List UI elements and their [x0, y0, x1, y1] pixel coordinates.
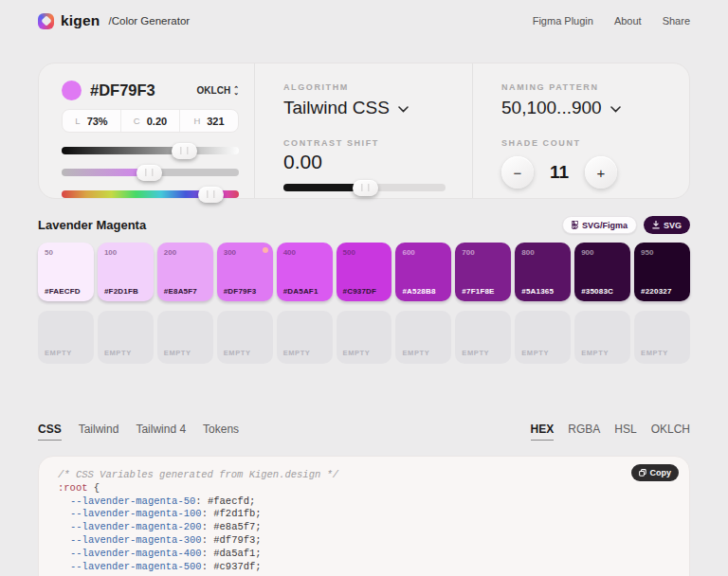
nav-share[interactable]: Share [663, 15, 690, 27]
channel-label: C [134, 116, 140, 126]
contrast-shift-value[interactable]: 0.00 [283, 151, 446, 173]
swatch-900[interactable]: 900#35083C [574, 243, 630, 301]
channel-label: L [75, 116, 80, 126]
empty-slot[interactable]: EMPTY [395, 311, 451, 364]
nav-about[interactable]: About [614, 15, 642, 27]
channel-l-field[interactable]: L 73% [63, 110, 120, 132]
copy-icon [639, 469, 646, 477]
algorithm-label: ALGORITHM [283, 82, 446, 92]
increment-button[interactable]: + [585, 156, 617, 189]
hex-value[interactable]: #DF79F3 [90, 81, 155, 99]
shade-label: 600 [402, 248, 414, 257]
slider-thumb[interactable] [136, 165, 162, 181]
shade-label: 400 [283, 248, 296, 257]
tab-hex[interactable]: HEX [531, 423, 555, 441]
empty-label: EMPTY [343, 349, 371, 357]
algorithm-dropdown[interactable]: Tailwind CSS [283, 98, 446, 118]
empty-slot[interactable]: EMPTY [455, 311, 511, 364]
lch-inputs: L 73% C 0.20 H 321 [62, 109, 239, 133]
code-lines[interactable]: /* CSS Variables generated from Kigen.de… [58, 469, 670, 573]
naming-section: NAMING PATTERN 50,100...900 SHADE COUNT … [472, 63, 689, 198]
palette-actions: SVG/Figma SVG [562, 216, 690, 234]
top-nav: Figma PluginAboutShare [533, 15, 690, 27]
svg-figma-button[interactable]: SVG/Figma [562, 216, 637, 234]
swatch-300[interactable]: 300#DF79F3 [217, 243, 273, 301]
contrast-shift-label: CONTRAST SHIFT [283, 138, 446, 148]
shade-label: 50 [45, 248, 53, 257]
swatch-100[interactable]: 100#F2D1FB [98, 243, 154, 301]
swatch-500[interactable]: 500#C937DF [337, 243, 392, 301]
swatch-row: 50#FAECFD100#F2D1FB200#E8A5F7300#DF79F34… [0, 243, 728, 301]
empty-slot[interactable]: EMPTY [98, 311, 154, 364]
palette-name[interactable]: Lavender Magenta [38, 218, 146, 232]
color-space-select[interactable]: OKLCH ⌃⌄ [197, 85, 239, 96]
hue-slider[interactable] [62, 190, 239, 198]
decrement-button[interactable]: − [501, 156, 534, 189]
base-color-dot-icon [263, 247, 268, 253]
channel-h-field[interactable]: H 321 [179, 110, 238, 132]
shade-label: 100 [104, 248, 117, 257]
contrast-slider[interactable] [283, 184, 446, 191]
shade-label: 300 [224, 248, 236, 257]
shade-label: 900 [581, 248, 593, 257]
swatch-700[interactable]: 700#7F1F8E [455, 243, 511, 301]
swatch-hex: #220327 [641, 287, 672, 296]
empty-label: EMPTY [104, 349, 132, 357]
swatch-50[interactable]: 50#FAECFD [38, 243, 94, 301]
channel-c-field[interactable]: C 0.20 [120, 110, 179, 132]
current-color-swatch[interactable] [62, 81, 82, 100]
empty-slot[interactable]: EMPTY [277, 311, 333, 364]
empty-slot[interactable]: EMPTY [337, 311, 392, 364]
tab-tailwind[interactable]: Tailwind [79, 423, 119, 441]
slider-thumb[interactable] [172, 143, 197, 159]
nav-figma-plugin[interactable]: Figma Plugin [533, 15, 593, 27]
logo[interactable]: kigen /Color Generator [38, 12, 190, 29]
chroma-slider[interactable] [62, 169, 239, 176]
empty-label: EMPTY [521, 349, 549, 357]
updown-chevron-icon: ⌃⌄ [233, 87, 239, 95]
shade-label: 800 [521, 248, 534, 257]
swatch-200[interactable]: 200#E8A5F7 [157, 243, 213, 301]
slider-thumb[interactable] [198, 187, 224, 203]
svg-download-button[interactable]: SVG [644, 216, 690, 234]
tab-hsl[interactable]: HSL [614, 423, 636, 441]
color-row: #DF79F3 OKLCH ⌃⌄ [62, 81, 239, 100]
figma-icon [572, 221, 578, 230]
color-input-section: #DF79F3 OKLCH ⌃⌄ L 73% C 0.20 H 321 [39, 63, 254, 198]
empty-row: EMPTYEMPTYEMPTYEMPTYEMPTYEMPTYEMPTYEMPTY… [0, 311, 728, 364]
swatch-400[interactable]: 400#DA5AF1 [277, 243, 333, 301]
tab-oklch[interactable]: OKLCH [651, 423, 690, 441]
colorspace-tabs: HEXRGBAHSLOKLCH [531, 423, 690, 441]
export-tabs-row: CSSTailwindTailwind 4Tokens HEXRGBAHSLOK… [0, 423, 728, 441]
empty-slot[interactable]: EMPTY [217, 311, 273, 364]
algorithm-section: ALGORITHM Tailwind CSS CONTRAST SHIFT 0.… [254, 63, 472, 198]
chevron-down-icon [610, 106, 621, 113]
empty-slot[interactable]: EMPTY [574, 311, 630, 364]
swatch-950[interactable]: 950#220327 [634, 243, 690, 301]
swatch-hex: #DF79F3 [224, 287, 257, 296]
tab-css[interactable]: CSS [38, 423, 62, 441]
tab-tokens[interactable]: Tokens [203, 423, 239, 441]
naming-pattern-dropdown[interactable]: 50,100...900 [501, 98, 663, 118]
tab-tailwind-4[interactable]: Tailwind 4 [136, 423, 186, 441]
swatch-800[interactable]: 800#5A1365 [515, 243, 571, 301]
lightness-slider[interactable] [62, 147, 239, 154]
kigen-logo-icon [38, 13, 54, 29]
empty-slot[interactable]: EMPTY [515, 311, 571, 364]
slider-thumb[interactable] [353, 180, 378, 196]
copy-button[interactable]: Copy [631, 464, 680, 481]
tab-rgba[interactable]: RGBA [568, 423, 600, 441]
empty-label: EMPTY [462, 349, 489, 357]
empty-slot[interactable]: EMPTY [157, 311, 213, 364]
empty-slot[interactable]: EMPTY [634, 311, 690, 364]
empty-slot[interactable]: EMPTY [38, 311, 94, 364]
swatch-600[interactable]: 600#A528B8 [395, 243, 451, 301]
shade-count-stepper: − 11 + [501, 156, 663, 189]
empty-label: EMPTY [224, 349, 251, 357]
palette-header: Lavender Magenta SVG/Figma SVG [0, 216, 728, 234]
shade-count-label: SHADE COUNT [501, 138, 663, 148]
swatch-hex: #C937DF [343, 287, 377, 296]
shade-label: 200 [164, 248, 176, 257]
page: kigen /Color Generator Figma PluginAbout… [0, 0, 728, 576]
empty-label: EMPTY [45, 349, 72, 357]
